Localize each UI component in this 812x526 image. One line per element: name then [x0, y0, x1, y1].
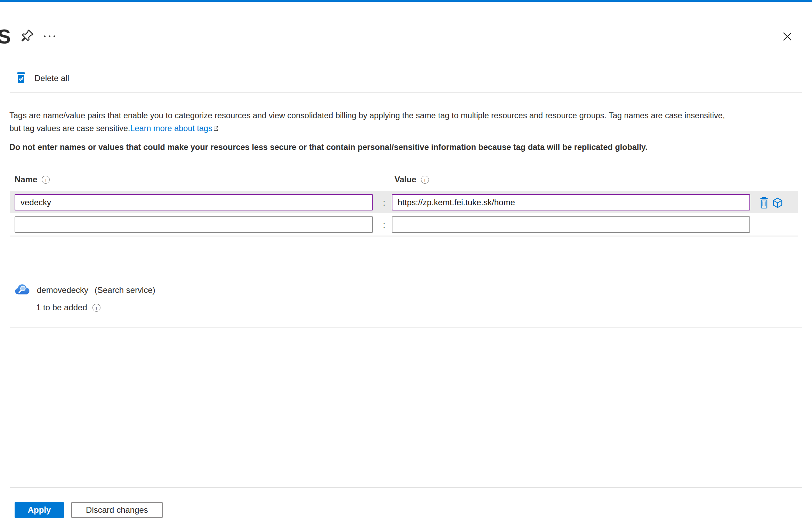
- tag-rows-separator: [10, 236, 798, 237]
- blade-title-partial: S: [0, 25, 11, 48]
- delete-all-button[interactable]: Delete all: [16, 71, 69, 86]
- more-options-button[interactable]: [41, 30, 58, 42]
- name-header-label: Name: [15, 175, 37, 184]
- close-blade-button[interactable]: [780, 29, 795, 45]
- close-icon: [781, 39, 794, 44]
- new-tag-value-input[interactable]: [392, 216, 750, 233]
- name-info-icon[interactable]: i: [42, 176, 50, 184]
- footer-divider: [10, 487, 802, 488]
- tag-name-input[interactable]: [15, 194, 373, 210]
- status-info-icon[interactable]: i: [92, 304, 100, 312]
- discard-changes-button[interactable]: Discard changes: [71, 502, 163, 518]
- command-bar-divider: [10, 92, 802, 93]
- pin-icon: [20, 39, 34, 44]
- new-tag-name-input[interactable]: [15, 216, 373, 233]
- description-line2: but tag values are case sensitive.: [9, 124, 130, 133]
- external-link-icon: [213, 122, 219, 135]
- resource-type: (Search service): [95, 285, 155, 295]
- value-info-icon[interactable]: i: [421, 176, 429, 184]
- resource-section-divider: [10, 327, 802, 328]
- resource-summary: demovedecky (Search service) 1 to be add…: [15, 282, 155, 312]
- security-warning-text: Do not enter names or values that could …: [9, 143, 805, 152]
- resource-name: demovedecky: [37, 285, 88, 295]
- cube-icon: [772, 205, 783, 210]
- pin-to-dashboard-button[interactable]: [19, 29, 35, 44]
- ellipsis-icon: [44, 35, 55, 37]
- description-line1: Tags are name/value pairs that enable yo…: [9, 111, 725, 120]
- tags-description: Tags are name/value pairs that enable yo…: [9, 109, 805, 135]
- delete-all-label: Delete all: [34, 73, 69, 83]
- learn-more-link[interactable]: Learn more about tags: [130, 124, 212, 133]
- trash-check-icon: [16, 72, 26, 85]
- search-service-cloud-icon: [15, 282, 31, 298]
- trash-icon: [759, 205, 769, 210]
- name-value-separator: :: [380, 220, 388, 230]
- apply-button[interactable]: Apply: [15, 502, 64, 518]
- tag-resource-cube-button[interactable]: [771, 197, 784, 209]
- name-value-separator: :: [380, 198, 388, 208]
- tag-value-input[interactable]: [392, 194, 750, 210]
- resource-tag-status: 1 to be added: [36, 303, 87, 312]
- value-column-header: Value i: [395, 175, 429, 184]
- delete-tag-button[interactable]: [758, 197, 770, 209]
- tags-blade: S Delete all: [0, 0, 812, 526]
- blade-accent-bar: [0, 0, 812, 2]
- value-header-label: Value: [395, 175, 416, 184]
- name-column-header: Name i: [15, 175, 50, 184]
